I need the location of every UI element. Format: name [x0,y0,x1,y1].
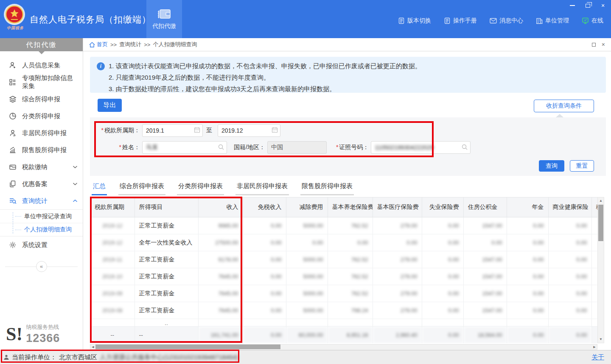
cell-annuity: 0.00 [507,302,548,319]
cell-tax-free-income: 0.00 [243,234,286,251]
period-to-input[interactable]: 2019.12 [218,124,280,137]
horizontal-scrollbar[interactable]: ◀ ▶ [90,344,597,350]
chevron-up-icon [73,199,78,203]
reset-button[interactable]: 重置 [570,160,594,172]
cell-tax-free-income: 0.00 [243,285,286,302]
tab-nonresident-income-return[interactable]: 非居民所得申报表 [235,182,289,195]
unit-name-blurred: 人力资源公共服务中心(12310102193948718464) [100,353,238,361]
scroll-left-button[interactable]: ◀ [90,345,95,349]
tax-bureau-logo: 中国税务 [3,3,27,31]
scroll-down-button[interactable]: ▼ [598,336,604,343]
chevron-down-icon [73,165,78,169]
close-button[interactable]: × [599,2,607,9]
id-number-input[interactable]: 110502199304222029 [371,141,471,154]
required-asterisk: * [119,144,121,150]
nav-manual[interactable]: 操作手册 [444,17,477,25]
minimize-button[interactable] [569,2,576,9]
sidebar-panel-title: 代扣代缴 [0,38,83,51]
cell-health-insurance: 0.00 [548,285,591,302]
cell-period: 2019-10 [90,268,135,285]
sidebar-item-preferential-filing[interactable]: 优惠备案 [0,175,83,192]
query-button[interactable]: 查询 [539,160,564,172]
id-number-label: *证照号码： [336,144,369,151]
nav-version-switch[interactable]: 版本切换 [398,17,431,25]
tab-withholding-module[interactable]: 代扣代缴 [146,0,182,38]
table-row: 2019-09正常工资薪金7645.000.005000.00762.52279… [90,285,597,302]
form-list-icon [8,78,17,86]
cell-housing-fund: 0.00 [463,234,507,251]
cell-period: 2019-09 [90,285,135,302]
tree-guide [15,216,21,217]
sidebar-subitem-personal-withholding-detail[interactable]: 个人扣缴明细查询 [0,223,83,236]
about-link[interactable]: 关于 [591,353,604,361]
sidebar-item-restricted-stock[interactable]: 限售股所得申报 [0,142,83,158]
sidebar-item-system-settings[interactable]: 系统设置 [0,236,83,253]
sidebar-collapse-button[interactable]: « [36,261,47,272]
nav-label: 单位管理 [545,17,569,25]
breadcrumb-home[interactable]: 首页 [89,41,108,48]
search-icon[interactable] [461,144,468,150]
cell-income: 7645.00 [198,302,243,319]
sidebar-item-special-deduction[interactable]: 专项附加扣除信息采集 [0,74,83,91]
table-header-row: 税款所属期 所得项目 收入 免税收入 减除费用 基本养老保险费 基本医疗保险费 … [90,197,597,217]
breadcrumb-separator: >> [110,42,117,48]
cell-tax-partial [591,268,597,285]
sidebar-subitem-unit-declare-record[interactable]: 单位申报记录查询 [0,210,83,223]
panel-maximize-button[interactable] [592,42,596,48]
sidebar-item-comprehensive-income[interactable]: 综合所得申报 [0,91,83,108]
cell-income [198,319,243,327]
scroll-up-button[interactable]: ▲ [598,197,604,204]
cell-medical: 279.00 [373,285,422,302]
sidebar-item-tax-payment[interactable]: 税款缴纳 [0,158,83,175]
scroll-right-button[interactable]: ▶ [592,345,597,349]
nav-unit-management[interactable]: 单位管理 [536,17,569,25]
nationality-label: 国籍/地区： [234,144,265,151]
sidebar-item-label: 优惠备案 [22,180,73,188]
cell-deduction: 60,000.00 [286,327,328,344]
col-header-tax-free-income: 免税收入 [243,197,286,217]
sidebar-item-label: 查询统计 [22,197,73,205]
nav-online-status[interactable]: 在线 [582,17,603,25]
calendar-icon[interactable] [194,127,200,133]
col-header-tax-partial: 税 [591,197,597,217]
restore-button[interactable] [584,2,591,9]
tab-restricted-stock-return[interactable]: 限售股所得申报表 [300,182,354,195]
header-nav: 版本切换 操作手册 消息中心 单位管理 在线 [398,17,603,25]
cell-period: 2019-12 [90,217,135,234]
sidebar-item-query-statistics[interactable]: 查询统计 [0,192,83,209]
tree-guide [15,230,21,230]
national-emblem-icon [3,3,25,25]
col-header-income-item: 所得项目 [135,197,198,217]
sidebar-item-classified-income[interactable]: 分类所得申报 [0,108,83,125]
sidebar-item-personnel-info[interactable]: 人员信息采集 [0,57,83,74]
cell-pension: 762.52 [328,251,373,268]
cell-period: 2019-08 [90,302,135,319]
cell-health-insurance: 0.00 [548,234,591,251]
col-header-unemployment: 失业保险费 [422,197,463,217]
calendar-icon[interactable] [272,127,278,133]
cell-medical: 279.00 [373,217,422,234]
cell-housing-fund [463,319,507,327]
chevron-down-icon [73,182,78,186]
horizontal-scroll-thumb[interactable] [95,345,280,349]
collapse-query-conditions-button[interactable]: 收折查询条件 [534,100,594,112]
tab-classified-income-return[interactable]: 分类所得申报表 [177,182,224,195]
vertical-scroll-thumb[interactable] [598,205,603,241]
cell-housing-fund: 1547.00 [463,285,507,302]
cell-income: 161,741.00 [198,327,243,344]
search-icon[interactable] [218,144,224,150]
nav-message-center[interactable]: 消息中心 [490,17,523,25]
name-input[interactable]: 马某 [142,141,227,154]
vertical-scrollbar[interactable]: ▲ ▼ [597,197,604,343]
info-icon: i [97,62,105,70]
nationality-value: 中国 [271,144,283,151]
tab-comprehensive-income-return[interactable]: 综合所得申报表 [118,182,165,195]
period-from-input[interactable]: 2019.1 [142,124,203,137]
tab-summary[interactable]: 汇总 [92,182,107,195]
gear-icon [8,241,17,249]
panel-close-button[interactable]: × [602,41,605,48]
export-button[interactable]: 导出 [98,99,122,112]
sidebar-item-label: 非居民所得申报 [22,129,78,137]
sidebar-item-nonresident-income[interactable]: 非居民所得申报 [0,125,83,142]
cell-pension [328,319,373,327]
